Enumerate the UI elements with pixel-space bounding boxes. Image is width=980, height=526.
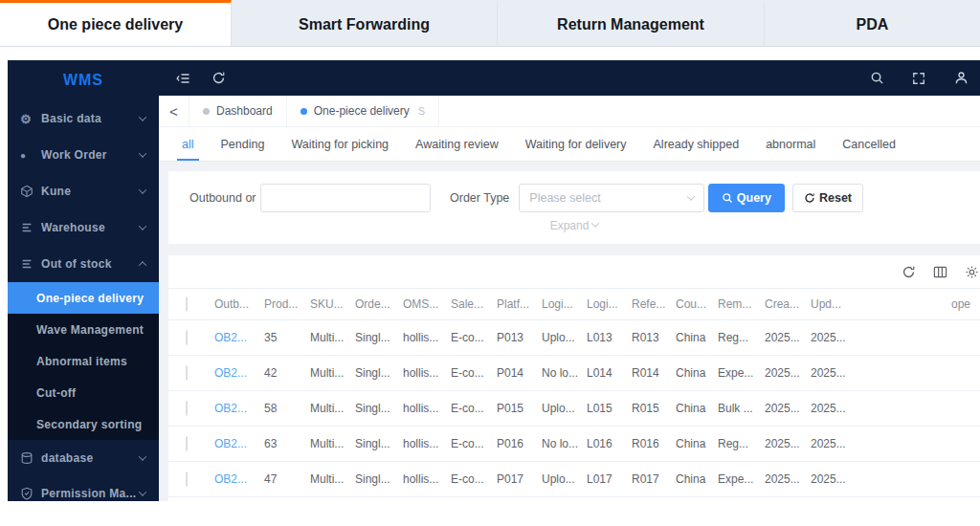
sidebar-item-label: Warehouse <box>41 221 105 234</box>
col-header[interactable]: Orde... <box>355 297 403 311</box>
status-tab-already-shipped[interactable]: Already shipped <box>640 127 753 161</box>
col-header[interactable]: Platf... <box>497 297 542 311</box>
tab-one-piece-delivery[interactable]: One piece delivery <box>0 0 232 46</box>
cell: Uplo... <box>542 472 587 486</box>
status-tab-pending[interactable]: Pending <box>208 127 278 161</box>
status-tab-waiting-for-picking[interactable]: Waiting for picking <box>278 127 402 161</box>
fullscreen-icon[interactable] <box>907 67 930 90</box>
table-row[interactable]: OB2... 63 Multi... Singl... hollis... E-… <box>168 427 980 462</box>
sidebar-item-out-of-stock[interactable]: Out of stock <box>8 246 159 282</box>
row-checkbox[interactable] <box>186 471 188 487</box>
sidebar-item-database[interactable]: database <box>8 440 159 475</box>
row-checkbox[interactable] <box>186 330 188 345</box>
sub-item-label: Secondary sorting <box>36 418 142 431</box>
sidebar-item-basic-data[interactable]: ⚙ Basic data <box>8 100 159 137</box>
cell: 58 <box>264 402 310 415</box>
sidebar-item-abnormal-items[interactable]: Abnormal items <box>8 345 159 377</box>
outbound-order-link[interactable]: OB2... <box>214 331 264 344</box>
sidebar-item-cut-off[interactable]: Cut-off <box>8 377 159 408</box>
col-header[interactable]: Logi... <box>542 297 587 311</box>
sidebar-item-one-piece-delivery[interactable]: One-piece delivery <box>8 282 159 314</box>
table-toolbar <box>168 255 980 288</box>
status-tab-cancelled[interactable]: Cancelled <box>829 127 909 161</box>
top-navbar <box>159 60 980 96</box>
sidebar-item-permission-management[interactable]: Permission Ma... <box>8 475 159 501</box>
col-header[interactable]: Sale... <box>451 297 497 311</box>
sidebar-item-kune[interactable]: Kune <box>8 173 159 209</box>
col-header-operation[interactable]: ope <box>857 297 980 311</box>
breadcrumb-tab-one-piece-delivery[interactable]: One-piece delivery S <box>287 96 439 126</box>
sidebar-item-secondary-sorting[interactable]: Secondary sorting <box>8 408 159 440</box>
sidebar-item-work-order[interactable]: ● Work Order <box>8 137 159 173</box>
outbound-order-link[interactable]: OB2... <box>214 402 264 415</box>
sidebar-item-warehouse[interactable]: Warehouse <box>8 209 159 246</box>
reset-button[interactable]: Reset <box>792 184 863 212</box>
col-header[interactable]: Prod... <box>264 297 310 311</box>
refresh-icon[interactable] <box>207 67 230 90</box>
table-gear-icon[interactable] <box>965 265 979 279</box>
outbound-order-link[interactable]: OB2... <box>214 366 264 380</box>
cell: R014 <box>632 366 676 380</box>
cell: Multi... <box>310 402 355 415</box>
col-header[interactable]: Refe... <box>632 297 676 311</box>
row-checkbox[interactable] <box>186 401 188 416</box>
table-row[interactable]: OB2... 35 Multi... Singl... hollis... E-… <box>168 320 980 356</box>
sidebar-item-label: Work Order <box>41 148 107 162</box>
breadcrumb-tab-dashboard[interactable]: Dashboard <box>189 96 287 126</box>
status-tab-awaiting-review[interactable]: Awaiting review <box>402 127 512 161</box>
back-chevron-icon[interactable]: < <box>159 96 189 126</box>
col-header[interactable]: Crea... <box>765 297 811 311</box>
tab-pda[interactable]: PDA <box>765 0 980 46</box>
chevron-down-icon <box>139 488 146 495</box>
cell: China <box>676 366 718 380</box>
tab-return-management[interactable]: Return Management <box>498 0 765 46</box>
cell: P013 <box>497 331 542 344</box>
outbound-order-input[interactable] <box>260 184 431 212</box>
sidebar-item-wave-management[interactable]: Wave Management <box>8 314 159 345</box>
wms-logo: WMS <box>8 60 159 100</box>
query-button[interactable]: Query <box>708 184 785 212</box>
sub-item-label: Abnormal items <box>36 355 127 368</box>
user-icon[interactable] <box>949 67 972 90</box>
status-tab-all[interactable]: all <box>168 127 208 161</box>
expand-toggle[interactable]: Expand <box>168 219 980 232</box>
outbound-order-link[interactable]: OB2... <box>214 437 264 450</box>
search-icon[interactable] <box>865 67 888 90</box>
cell: Singl... <box>355 437 403 450</box>
tab-label: Return Management <box>557 16 704 33</box>
col-header[interactable]: SKU... <box>310 297 355 311</box>
status-tab-abnormal[interactable]: abnormal <box>752 127 829 161</box>
screen: One piece delivery Smart Forwarding Retu… <box>0 0 980 526</box>
cell: hollis... <box>403 331 451 344</box>
cell: E-co... <box>451 366 497 380</box>
col-header[interactable]: Upd... <box>811 297 857 311</box>
tab-smart-forwarding[interactable]: Smart Forwarding <box>232 0 498 46</box>
chevron-down-icon <box>139 222 146 230</box>
col-header[interactable]: Outb... <box>214 297 264 311</box>
table-row[interactable]: OB2... 42 Multi... Singl... hollis... E-… <box>168 356 980 391</box>
col-header[interactable]: Logi... <box>587 297 632 311</box>
order-type-select[interactable]: Please select <box>519 184 704 212</box>
row-checkbox[interactable] <box>186 365 188 381</box>
collapse-menu-icon[interactable] <box>172 67 195 90</box>
chevron-down-icon <box>591 219 599 227</box>
col-header[interactable]: Rem... <box>718 297 765 311</box>
row-checkbox[interactable] <box>186 436 188 451</box>
outbound-order-link[interactable]: OB2... <box>214 472 264 486</box>
table-row[interactable]: OB2... 47 Multi... Singl... hollis... E-… <box>168 462 980 497</box>
column-settings-icon[interactable] <box>933 265 947 279</box>
close-tab-icon[interactable]: S <box>418 105 425 117</box>
col-header[interactable]: Cou... <box>676 297 718 311</box>
cell: 2025... <box>811 437 857 450</box>
select-placeholder: Please select <box>529 191 600 205</box>
cell: L017 <box>587 472 632 486</box>
chevron-down-icon <box>139 452 146 460</box>
cell: R015 <box>632 402 676 415</box>
table-refresh-icon[interactable] <box>902 265 916 279</box>
sidebar-item-label: Out of stock <box>41 257 112 271</box>
status-tab-waiting-for-delivery[interactable]: Waiting for delivery <box>512 127 640 161</box>
cell: China <box>676 472 718 486</box>
table-row[interactable]: OB2... 58 Multi... Singl... hollis... E-… <box>168 391 980 427</box>
select-all-checkbox[interactable] <box>186 296 188 312</box>
col-header[interactable]: OMS... <box>403 297 451 311</box>
